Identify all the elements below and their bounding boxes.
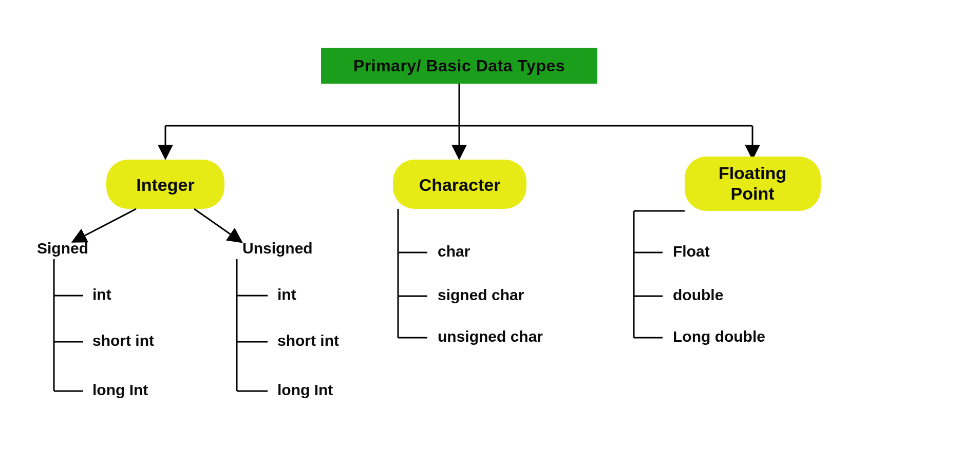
leaf-signed-int: int xyxy=(92,286,111,303)
leaf-longdouble: Long double xyxy=(673,328,765,345)
leaf-float: Float xyxy=(673,243,710,260)
leaf-signed-longint: long Int xyxy=(92,381,148,398)
leaf-char: char xyxy=(438,243,470,260)
svg-line-7 xyxy=(194,209,240,241)
leaf-double: double xyxy=(673,286,723,303)
category-label-floating-l2: Point xyxy=(731,184,775,203)
leaf-signed-char: signed char xyxy=(438,286,524,303)
leaf-unsigned-int: int xyxy=(277,286,296,303)
category-label-floating-l1: Floating xyxy=(719,163,786,183)
category-label-character: Character xyxy=(419,175,501,194)
leaf-signed-shortint: short int xyxy=(92,332,154,349)
leaf-unsigned-longint: long Int xyxy=(277,381,333,398)
root-title: Primary/ Basic Data Types xyxy=(353,56,565,75)
leaf-unsigned-shortint: short int xyxy=(277,332,339,349)
leaf-unsigned-char: unsigned char xyxy=(438,328,543,345)
svg-line-6 xyxy=(74,209,136,241)
subgroup-unsigned: Unsigned xyxy=(242,240,313,257)
subgroup-signed: Signed xyxy=(37,240,88,257)
category-label-integer: Integer xyxy=(136,175,194,194)
